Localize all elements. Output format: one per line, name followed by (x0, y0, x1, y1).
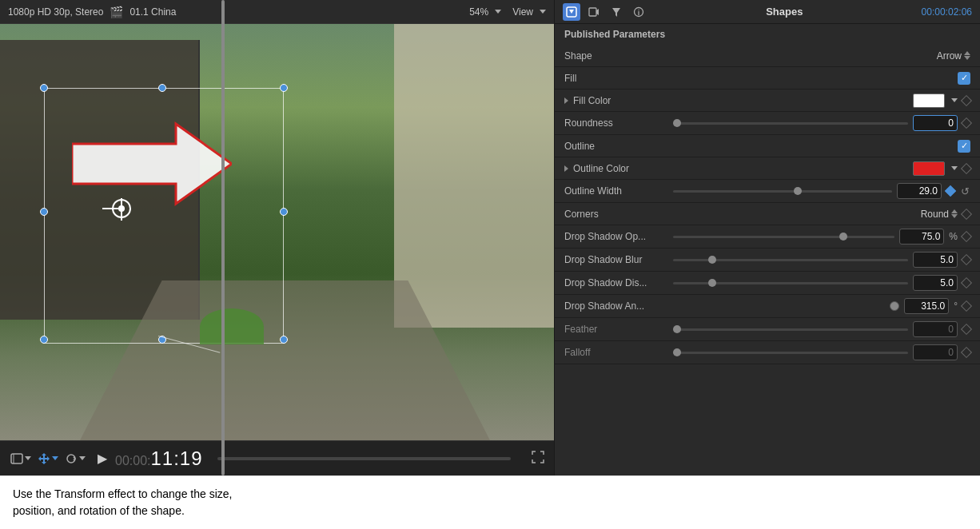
outline-color-label: Outline Color (564, 163, 668, 174)
drop-shadow-op-thumb[interactable] (839, 233, 847, 241)
drop-shadow-blur-label: Drop Shadow Blur (564, 254, 668, 265)
roundness-slider[interactable] (673, 122, 908, 125)
outline-checkbox[interactable] (958, 140, 970, 153)
falloff-keyframe[interactable] (961, 347, 972, 358)
playback-tools (10, 447, 86, 470)
fill-color-label: Fill Color (564, 95, 668, 106)
drop-shadow-op-value[interactable]: 75.0 (899, 229, 944, 245)
corners-keyframe[interactable] (961, 208, 972, 219)
outline-color-swatch[interactable] (913, 161, 945, 176)
drop-shadow-an-label: Drop Shadow An... (564, 300, 668, 312)
timeline-scrubber[interactable] (217, 457, 511, 460)
drop-shadow-blur-value-area: 5.0 (673, 252, 970, 268)
feather-value-area: 0 (673, 321, 970, 337)
corners-stepper[interactable]: Round (921, 209, 958, 220)
param-row-drop-shadow-dis: Drop Shadow Dis... 5.0 (555, 272, 980, 295)
drop-shadow-op-value-area: 75.0 % (673, 229, 970, 245)
shape-up-arrow[interactable] (964, 51, 970, 55)
control-point-tl[interactable] (40, 84, 48, 92)
shape-value: Arrow (937, 50, 962, 62)
roundness-keyframe[interactable] (961, 117, 972, 129)
project-name-label: 01.1 China (129, 6, 176, 18)
playhead (221, 0, 225, 475)
falloff-value[interactable]: 0 (913, 344, 958, 360)
shape-down-arrow[interactable] (964, 56, 970, 60)
viewer-options-button[interactable] (10, 447, 32, 470)
control-point-tm[interactable] (158, 84, 166, 92)
corners-down-arrow[interactable] (951, 214, 958, 218)
fullscreen-button[interactable] (532, 451, 544, 466)
control-point-bl[interactable] (40, 336, 48, 344)
transform-chevron-icon (52, 456, 58, 460)
drop-shadow-blur-keyframe[interactable] (961, 254, 972, 265)
param-row-feather: Feather 0 (555, 318, 980, 341)
param-row-corners: Corners Round (555, 203, 980, 225)
corners-up-arrow[interactable] (951, 209, 958, 213)
control-point-tr[interactable] (280, 84, 288, 92)
fill-color-swatch[interactable] (913, 93, 945, 108)
feather-keyframe[interactable] (961, 324, 972, 335)
drop-shadow-op-keyframe[interactable] (961, 231, 972, 242)
control-point-mr[interactable] (280, 208, 288, 216)
fill-color-expand-icon[interactable] (564, 97, 568, 104)
param-row-fill: Fill (555, 67, 980, 89)
drop-shadow-op-slider[interactable] (673, 236, 894, 238)
outline-color-chevron-icon[interactable] (951, 166, 958, 170)
panel-icon-video[interactable] (585, 3, 603, 21)
roundness-value[interactable]: 0 (913, 115, 958, 131)
outline-color-expand-icon[interactable] (564, 165, 568, 172)
drop-shadow-an-value[interactable]: 315.0 (904, 298, 949, 314)
zoom-control[interactable]: 54% View (469, 6, 546, 18)
outline-value-area (673, 140, 970, 153)
svg-rect-5 (589, 8, 596, 16)
panel-section: i Shapes 00:00:02:06 Published Parameter… (554, 0, 980, 475)
drop-shadow-blur-slider[interactable] (673, 259, 908, 261)
drop-shadow-angle-dial[interactable] (890, 301, 899, 311)
outline-width-reset-icon[interactable]: ↺ (959, 185, 970, 197)
falloff-slider[interactable] (673, 352, 908, 354)
roundness-thumb[interactable] (673, 119, 681, 127)
feather-thumb[interactable] (673, 325, 681, 333)
falloff-thumb[interactable] (673, 348, 681, 356)
loop-button[interactable] (64, 447, 86, 470)
outline-color-keyframe[interactable] (961, 162, 972, 173)
drop-shadow-blur-value[interactable]: 5.0 (913, 252, 958, 268)
fill-color-keyframe[interactable] (961, 94, 972, 105)
timecode-display: 00:00: 11:19 (115, 447, 203, 470)
drop-shadow-dis-keyframe[interactable] (961, 277, 972, 288)
drop-shadow-an-keyframe[interactable] (961, 300, 972, 312)
control-point-br[interactable] (280, 336, 288, 344)
outline-width-thumb[interactable] (794, 187, 802, 195)
drop-shadow-dis-slider[interactable] (673, 282, 908, 284)
param-row-drop-shadow-blur: Drop Shadow Blur 5.0 (555, 249, 980, 272)
shape-stepper[interactable]: Arrow (937, 50, 970, 62)
corners-arrows[interactable] (951, 209, 958, 218)
drop-shadow-dis-value[interactable]: 5.0 (913, 275, 958, 291)
roundness-label: Roundness (564, 117, 668, 129)
control-point-ml[interactable] (40, 208, 48, 216)
timecode-value: 11:19 (150, 447, 202, 470)
play-button[interactable]: ▶ (98, 451, 107, 466)
roundness-value-area: 0 (673, 115, 970, 131)
feather-slider[interactable] (673, 328, 908, 331)
transform-tool-button[interactable] (37, 447, 59, 470)
fill-checkbox[interactable] (958, 72, 970, 85)
crosshair-v (121, 198, 122, 221)
svg-marker-0 (72, 124, 232, 204)
panel-icon-info[interactable]: i (630, 3, 647, 21)
param-row-drop-shadow-op: Drop Shadow Op... 75.0 % (555, 225, 980, 249)
panel-icon-shapes[interactable] (563, 3, 580, 21)
feather-value[interactable]: 0 (913, 321, 958, 337)
outline-width-value[interactable]: 29.0 (897, 183, 942, 199)
outline-color-value-area (673, 161, 970, 176)
outline-width-keyframe[interactable] (945, 185, 956, 197)
shape-arrows[interactable] (964, 51, 970, 60)
drop-shadow-blur-thumb[interactable] (708, 256, 716, 264)
shape-value-area: Arrow (673, 50, 970, 62)
fill-color-chevron-icon[interactable] (951, 98, 958, 102)
caption-area: Use the Transform effect to change the s… (0, 475, 980, 529)
umbrella-shape (200, 308, 264, 344)
drop-shadow-dis-thumb[interactable] (708, 279, 716, 287)
outline-width-slider[interactable] (673, 190, 892, 193)
panel-icon-filter[interactable] (608, 3, 625, 21)
